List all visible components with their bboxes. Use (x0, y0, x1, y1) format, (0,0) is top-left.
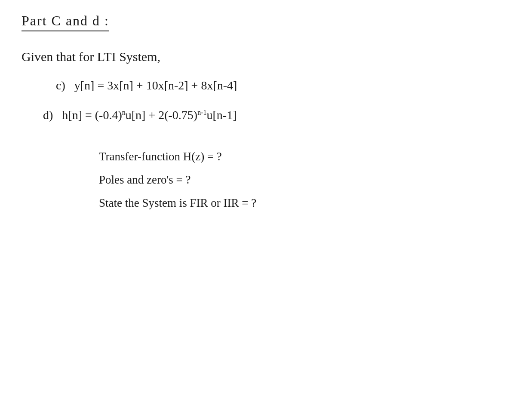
part-d: d) h[n] = (-0.4)nu[n] + 2(-0.75)n-1u[n-1… (43, 107, 494, 123)
part-c: c) y[n] = 3x[n] + 10x[n-2] + 8x[n-4] (56, 77, 494, 94)
header-section: Part C and d : (22, 13, 109, 31)
page: Part C and d : Given that for LTI System… (0, 0, 516, 420)
given-line: Given that for LTI System, (22, 49, 494, 64)
part-c-label: c) (56, 79, 71, 92)
question-fir-iir: State the System is FIR or IIR = ? (99, 191, 494, 215)
questions-section: Transfer-function H(z) = ? Poles and zer… (99, 145, 494, 215)
part-c-equation: y[n] = 3x[n] + 10x[n-2] + 8x[n-4] (74, 79, 237, 92)
question-poles-zeros: Poles and zero's = ? (99, 168, 494, 191)
part-d-equation: h[n] = (-0.4)nu[n] + 2(-0.75)n-1u[n-1] (62, 108, 236, 122)
question-transfer-function: Transfer-function H(z) = ? (99, 145, 494, 168)
header-title: Part C and d : (22, 13, 109, 28)
part-d-label: d) (43, 108, 59, 122)
